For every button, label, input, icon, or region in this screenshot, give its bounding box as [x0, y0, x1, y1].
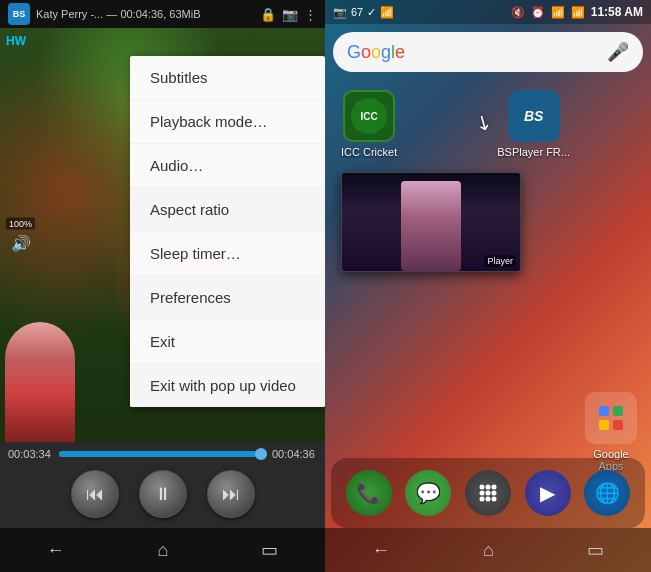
clock-display: 11:58 AM	[591, 5, 643, 19]
recent-button-left[interactable]: ▭	[261, 539, 278, 561]
svg-point-4	[479, 485, 484, 490]
wifi-icon2: 📶	[551, 6, 565, 19]
bsplayer-icon-box: BS	[508, 90, 560, 142]
icc-label: ICC Cricket	[341, 146, 397, 158]
dock-message-icon[interactable]: 💬	[405, 470, 451, 516]
menu-exit-popup[interactable]: Exit with pop up video	[130, 364, 325, 407]
rewind-button[interactable]: ⏮	[71, 470, 119, 518]
status-bar-right: 📷 67 ✓ 📶 🔇 ⏰ 📶 📶 11:58 AM	[325, 0, 651, 24]
bs-text: BS	[524, 108, 543, 124]
popup-video-content: Player	[342, 173, 520, 271]
check-icon: ✓	[367, 6, 376, 19]
left-panel: BS Katy Perry -... — 00:04:36, 63MiB 🔒 📷…	[0, 0, 325, 572]
home-button-right[interactable]: ⌂	[483, 540, 494, 561]
menu-aspect-ratio[interactable]: Aspect ratio	[130, 188, 325, 232]
progress-track[interactable]	[59, 451, 266, 457]
mute-icon: 🔇	[511, 6, 525, 19]
volume-label: 100%	[6, 218, 35, 230]
icc-icon-box: ICC	[343, 90, 395, 142]
svg-rect-2	[599, 420, 609, 430]
menu-exit[interactable]: Exit	[130, 320, 325, 364]
dock-apps-icon[interactable]	[465, 470, 511, 516]
lock-icon: 🔒	[260, 7, 276, 22]
back-button-right[interactable]: ←	[372, 540, 390, 561]
playback-controls: ⏮ ⏸ ⏭	[8, 466, 317, 522]
svg-rect-1	[613, 406, 623, 416]
icc-inner: ICC	[351, 98, 387, 134]
time-current: 00:03:34	[8, 448, 53, 460]
hw-badge: HW	[6, 34, 26, 48]
svg-rect-0	[599, 406, 609, 416]
progress-container: 00:03:34 00:04:36	[8, 448, 317, 460]
svg-point-11	[485, 497, 490, 502]
back-button-left[interactable]: ←	[47, 540, 65, 561]
alarm-icon: ⏰	[531, 6, 545, 19]
svg-point-9	[491, 491, 496, 496]
right-panel: 📷 67 ✓ 📶 🔇 ⏰ 📶 📶 11:58 AM Google 🎤 I	[325, 0, 651, 572]
mic-icon[interactable]: 🎤	[607, 41, 629, 63]
video-area[interactable]: HW 100% 🔊 Subtitles Playback mode… Audio…	[0, 28, 325, 442]
nav-bar-right: ← ⌂ ▭	[325, 528, 651, 572]
ampm-value: AM	[624, 5, 643, 19]
android-dock: 📞 💬 ▶ 🌐	[331, 458, 645, 528]
svg-point-7	[479, 491, 484, 496]
status-icons: 🔒 📷 ⋮	[260, 7, 317, 22]
video-meta: 00:04:36, 63MiB	[120, 8, 200, 20]
context-menu: Subtitles Playback mode… Audio… Aspect r…	[130, 56, 325, 407]
dock-browser-icon[interactable]: 🌐	[584, 470, 630, 516]
menu-subtitles[interactable]: Subtitles	[130, 56, 325, 100]
pause-button[interactable]: ⏸	[139, 470, 187, 518]
video-figure	[5, 322, 75, 442]
dock-store-icon[interactable]: ▶	[525, 470, 571, 516]
status-right-info: 🔇 ⏰ 📶 📶 11:58 AM	[511, 5, 643, 19]
camera-icon: 📷	[282, 7, 298, 22]
video-title: Katy Perry -...	[36, 8, 103, 20]
volume-indicator: 100% 🔊	[6, 218, 35, 253]
status-bar-left: BS Katy Perry -... — 00:04:36, 63MiB 🔒 📷…	[0, 0, 325, 28]
nav-bar-left: ← ⌂ ▭	[0, 528, 325, 572]
svg-point-10	[479, 497, 484, 502]
signal-bars: 📶	[571, 6, 585, 19]
svg-point-8	[485, 491, 490, 496]
svg-point-12	[491, 497, 496, 502]
dock-phone-icon[interactable]: 📞	[346, 470, 392, 516]
svg-rect-3	[613, 420, 623, 430]
screenshot-icon: 📷	[333, 6, 347, 19]
forward-icon: ⏭	[222, 484, 240, 505]
icc-text: ICC	[360, 111, 377, 122]
app-icc-cricket[interactable]: ICC ICC Cricket	[341, 90, 397, 158]
pause-icon: ⏸	[154, 484, 172, 505]
status-left-icons: 📷 67 ✓ 📶	[333, 6, 394, 19]
progress-fill	[59, 451, 262, 457]
time-total: 00:04:36	[272, 448, 317, 460]
popup-video[interactable]: Player	[341, 172, 521, 272]
popup-label: Player	[484, 255, 516, 267]
wifi-icon: 📶	[380, 6, 394, 19]
popup-figure	[401, 181, 461, 271]
app-bsplayer[interactable]: BS BSPlayer FR...	[497, 90, 570, 158]
signal-icon: 67	[351, 6, 363, 18]
forward-button[interactable]: ⏭	[207, 470, 255, 518]
controls-area: 00:03:34 00:04:36 ⏮ ⏸ ⏭	[0, 442, 325, 528]
bsplayer-logo: BS	[8, 3, 30, 25]
menu-preferences[interactable]: Preferences	[130, 276, 325, 320]
google-apps-icon[interactable]	[585, 392, 637, 444]
menu-sleep-timer[interactable]: Sleep timer…	[130, 232, 325, 276]
rewind-icon: ⏮	[86, 484, 104, 505]
menu-audio[interactable]: Audio…	[130, 144, 325, 188]
menu-playback[interactable]: Playback mode…	[130, 100, 325, 144]
volume-icon: 🔊	[11, 234, 31, 253]
status-title: Katy Perry -... — 00:04:36, 63MiB	[36, 8, 254, 20]
google-logo: Google	[347, 42, 405, 63]
time-value: 11:58	[591, 5, 622, 19]
more-icon[interactable]: ⋮	[304, 7, 317, 22]
svg-point-5	[485, 485, 490, 490]
svg-point-6	[491, 485, 496, 490]
home-button-left[interactable]: ⌂	[158, 540, 169, 561]
google-search-bar[interactable]: Google 🎤	[333, 32, 643, 72]
bsplayer-label: BSPlayer FR...	[497, 146, 570, 158]
recent-button-right[interactable]: ▭	[587, 539, 604, 561]
progress-thumb	[255, 448, 267, 460]
